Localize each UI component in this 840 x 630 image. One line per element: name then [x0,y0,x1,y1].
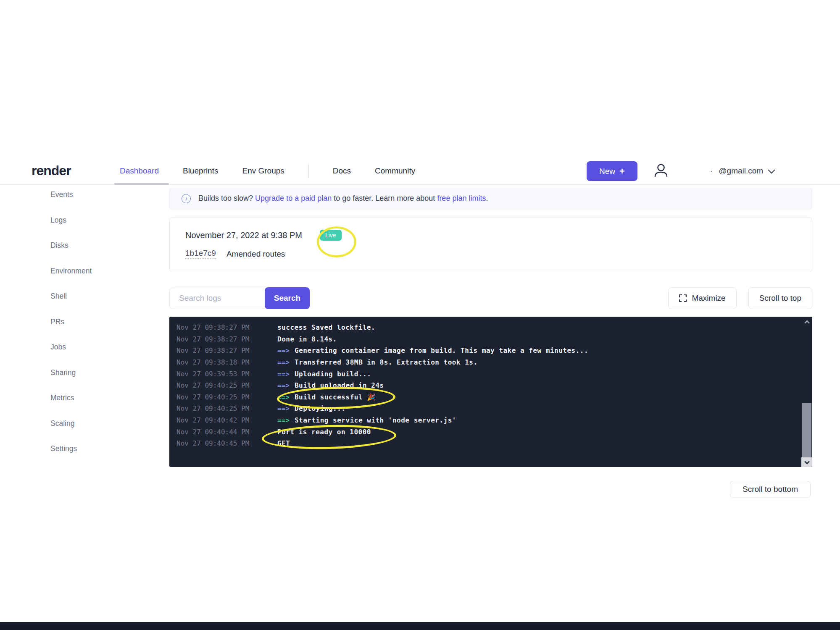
scroll-to-top-button[interactable]: Scroll to top [748,287,812,309]
log-message: Done in 8.14s. [277,335,337,343]
log-message: Build uploaded in 24s [295,381,384,389]
commit-hash-link[interactable]: 1b1e7c9 [185,249,216,259]
log-timestamp: Nov 27 09:38:18 PM [176,358,277,366]
nav-item-community[interactable]: Community [375,166,415,176]
account-menu[interactable]: · @gmail.com [710,158,774,184]
sidebar-item-sharing[interactable]: Sharing [50,368,130,378]
log-message: GET [277,439,290,447]
log-arrow-icon: ==> [277,404,290,412]
log-line: Nov 27 09:40:45 PMGET [169,438,812,449]
banner-suffix: . [486,194,488,202]
nav-item-env-groups[interactable]: Env Groups [242,166,284,176]
terminal-scrollbar[interactable] [801,317,812,467]
sidebar-item-jobs[interactable]: Jobs [50,343,130,353]
bottom-dark-bar [0,622,840,630]
log-timestamp: Nov 27 09:39:53 PM [176,370,277,378]
log-timestamp: Nov 27 09:40:25 PM [176,381,277,389]
log-message: Uploading build... [295,370,371,378]
log-timestamp: Nov 27 09:40:44 PM [176,428,277,436]
page: render DashboardBlueprintsEnv GroupsDocs… [0,0,840,630]
nav-item-docs[interactable]: Docs [333,166,351,176]
log-arrow-icon: ==> [277,370,290,378]
sidebar-item-prs[interactable]: PRs [50,318,130,328]
log-line: Nov 27 09:38:27 PMsuccess Saved lockfile… [169,322,812,333]
nav-item-dashboard[interactable]: Dashboard [120,166,159,176]
banner-text: Builds too slow? Upgrade to a paid plan … [198,194,488,203]
log-terminal[interactable]: Nov 27 09:38:27 PMsuccess Saved lockfile… [169,317,812,467]
log-timestamp: Nov 27 09:38:27 PM [176,346,277,354]
live-status-badge: Live [320,230,342,241]
chevron-down-icon [768,166,775,173]
sidebar-item-disks[interactable]: Disks [50,241,130,251]
new-button[interactable]: New + [587,161,637,181]
log-line: Nov 27 09:40:44 PMPort is ready on 10000 [169,426,812,438]
log-line: Nov 27 09:38:27 PM==>Generating containe… [169,345,812,357]
sidebar: EventsLogsDisksEnvironmentShellPRsJobsSh… [50,190,130,470]
deploy-commit-row: 1b1e7c9 Amended routes [185,249,796,259]
log-timestamp: Nov 27 09:40:25 PM [176,393,277,401]
sidebar-item-metrics[interactable]: Metrics [50,394,130,404]
nav-item-blueprints[interactable]: Blueprints [183,166,219,176]
log-arrow-icon: ==> [277,416,290,424]
banner-prefix: Builds too slow? [198,194,255,202]
log-arrow-icon: ==> [277,358,290,366]
sidebar-item-logs[interactable]: Logs [50,216,130,226]
maximize-icon [679,294,687,302]
primary-nav: DashboardBlueprintsEnv GroupsDocsCommuni… [120,158,439,184]
render-logo[interactable]: render [32,163,71,178]
info-icon: i [182,194,191,203]
upgrade-link[interactable]: Upgrade to a paid plan [255,194,332,202]
log-message: Build successful 🎉 [295,393,376,401]
log-timestamp: Nov 27 09:38:27 PM [176,335,277,343]
free-plan-limits-link[interactable]: free plan limits [437,194,486,202]
account-email: @gmail.com [719,166,763,176]
log-timestamp: Nov 27 09:40:45 PM [176,439,277,447]
log-line: Nov 27 09:40:42 PM==>Starting service wi… [169,415,812,426]
plus-icon: + [619,166,625,177]
search-button[interactable]: Search [265,287,310,309]
log-message: Generating container image from build. T… [295,346,588,354]
nav-divider [308,163,309,178]
log-line: Nov 27 09:40:25 PM==>Build uploaded in 2… [169,380,812,391]
log-arrow-icon: ==> [277,393,290,401]
account-separator: · [710,166,713,176]
log-message: Port is ready on 10000 [277,428,371,436]
log-timestamp: Nov 27 09:40:25 PM [176,404,277,412]
scroll-to-bottom-button[interactable]: Scroll to bottom [730,481,811,498]
sidebar-item-scaling[interactable]: Scaling [50,419,130,429]
log-timestamp: Nov 27 09:38:27 PM [176,323,277,331]
deploy-header-row: November 27, 2022 at 9:38 PM Live [185,230,796,241]
active-tab-indicator [114,183,169,185]
logs-toolbar: Search Maximize Scroll to top [169,287,812,309]
banner-middle: to go faster. Learn more about [332,194,437,202]
log-line: Nov 27 09:40:25 PM==>Build successful 🎉 [169,391,812,403]
log-line: Nov 27 09:38:27 PMDone in 8.14s. [169,333,812,345]
log-message: Transferred 38MB in 8s. Extraction took … [295,358,478,366]
sidebar-item-shell[interactable]: Shell [50,292,130,302]
commit-message: Amended routes [226,249,285,259]
top-navigation: render DashboardBlueprintsEnv GroupsDocs… [0,158,840,185]
maximize-button[interactable]: Maximize [668,287,736,309]
log-arrow-icon: ==> [277,381,290,389]
scrollbar-up-arrow-icon[interactable] [801,317,812,327]
user-avatar-icon[interactable] [652,162,670,180]
log-timestamp: Nov 27 09:40:42 PM [176,416,277,424]
sidebar-item-settings[interactable]: Settings [50,444,130,454]
log-lines: Nov 27 09:38:27 PMsuccess Saved lockfile… [169,317,812,449]
log-line: Nov 27 09:39:53 PM==>Uploading build... [169,368,812,380]
sidebar-item-events[interactable]: Events [50,190,130,200]
person-icon [652,162,670,180]
maximize-label: Maximize [692,294,725,303]
scrollbar-down-arrow-icon[interactable] [801,457,812,467]
new-button-label: New [599,167,615,176]
log-arrow-icon: ==> [277,346,290,354]
main-content: i Builds too slow? Upgrade to a paid pla… [169,188,812,467]
log-line: Nov 27 09:38:18 PM==>Transferred 38MB in… [169,357,812,368]
scrollbar-thumb[interactable] [802,403,811,458]
deploy-card: November 27, 2022 at 9:38 PM Live 1b1e7c… [169,218,812,272]
log-message: success Saved lockfile. [277,323,375,331]
upgrade-banner: i Builds too slow? Upgrade to a paid pla… [169,188,812,209]
log-message: Starting service with 'node server.js' [295,416,456,424]
sidebar-item-environment[interactable]: Environment [50,267,130,277]
search-logs-input[interactable] [169,288,267,309]
